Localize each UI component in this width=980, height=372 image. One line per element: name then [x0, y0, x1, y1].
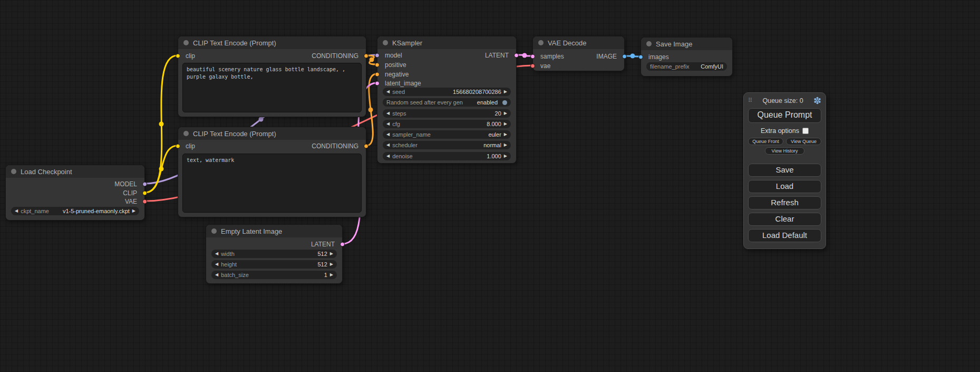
output-slot-image[interactable]: IMAGE — [533, 52, 624, 61]
node-empty-latent-image[interactable]: Empty Latent Image LATENT ◀ width 512 ▶ … — [206, 224, 343, 284]
latent-output-port[interactable] — [514, 53, 519, 58]
positive-prompt-textarea[interactable]: beautiful scenery nature glass bottle la… — [182, 63, 362, 112]
image-output-port[interactable] — [622, 54, 627, 59]
negative-prompt-textarea[interactable]: text, watermark — [182, 154, 362, 213]
load-button[interactable]: Load — [748, 180, 821, 193]
arrow-left-icon[interactable]: ◀ — [386, 90, 390, 94]
collapse-dot-icon[interactable] — [11, 169, 16, 174]
queue-prompt-button[interactable]: Queue Prompt — [748, 108, 821, 123]
positive-input-port[interactable] — [375, 63, 380, 68]
vae-output-port[interactable] — [142, 199, 147, 204]
output-slot-vae[interactable]: VAE — [6, 197, 144, 206]
refresh-button[interactable]: Refresh — [748, 196, 821, 209]
comfy-menu-panel[interactable]: ⠿ Queue size: 0 Queue Prompt — [743, 92, 826, 249]
conditioning-output-port[interactable] — [364, 144, 368, 149]
collapse-dot-icon[interactable] — [383, 40, 388, 45]
widget-batch-size[interactable]: ◀ batch_size 1 ▶ — [211, 271, 337, 279]
widget-value: normal — [483, 142, 501, 148]
widget-steps[interactable]: ◀ steps 20 ▶ — [383, 109, 511, 118]
latent-image-input-port[interactable] — [375, 81, 380, 86]
slot-label: latent_image — [385, 80, 421, 87]
widget-seed[interactable]: ◀ seed 156680208700286 ▶ — [383, 88, 511, 96]
output-slot-model[interactable]: MODEL — [6, 180, 144, 188]
arrow-right-icon[interactable]: ▶ — [330, 262, 333, 266]
input-slot-latent-image[interactable]: latent_image — [377, 79, 516, 88]
save-button[interactable]: Save — [748, 164, 821, 177]
arrow-right-icon[interactable]: ▶ — [132, 209, 135, 213]
node-title-bar[interactable]: Load Checkpoint — [6, 165, 144, 178]
collapse-dot-icon[interactable] — [211, 228, 217, 234]
widget-ckpt-name[interactable]: ◀ ckpt_name v1-5-pruned-emaonly.ckpt ▶ — [11, 207, 139, 215]
node-title-bar[interactable]: VAE Decode — [533, 36, 624, 49]
widget-sampler-name[interactable]: ◀ sampler_name euler ▶ — [383, 130, 511, 139]
input-slot-vae[interactable]: vae — [533, 62, 624, 70]
view-history-button[interactable]: View History — [765, 147, 805, 155]
extra-options-checkbox[interactable] — [802, 128, 809, 134]
collapse-dot-icon[interactable] — [646, 41, 652, 46]
arrow-right-icon[interactable]: ▶ — [504, 111, 507, 116]
output-slot-clip[interactable]: CLIP — [6, 189, 144, 197]
latent-output-port[interactable] — [340, 242, 345, 247]
widget-cfg[interactable]: ◀ cfg 8.000 ▶ — [383, 120, 511, 128]
clear-button[interactable]: Clear — [748, 213, 821, 226]
arrow-right-icon[interactable]: ▶ — [504, 90, 507, 94]
node-save-image[interactable]: Save Image images filename_prefix ComfyU… — [641, 37, 733, 77]
arrow-left-icon[interactable]: ◀ — [386, 154, 390, 158]
output-slot-conditioning[interactable]: CONDITIONING — [178, 142, 366, 150]
widget-width[interactable]: ◀ width 512 ▶ — [211, 250, 337, 258]
collapse-dot-icon[interactable] — [183, 40, 189, 45]
arrow-right-icon[interactable]: ▶ — [504, 132, 507, 137]
arrow-left-icon[interactable]: ◀ — [215, 273, 218, 277]
node-ksampler[interactable]: KSampler model LATENT positive negative … — [377, 36, 517, 164]
arrow-left-icon[interactable]: ◀ — [386, 132, 390, 137]
arrow-right-icon[interactable]: ▶ — [330, 252, 333, 256]
negative-input-port[interactable] — [375, 72, 380, 77]
output-slot-conditioning[interactable]: CONDITIONING — [178, 52, 366, 60]
arrow-left-icon[interactable]: ◀ — [386, 122, 390, 126]
input-slot-negative[interactable]: negative — [377, 70, 516, 79]
model-output-port[interactable] — [142, 182, 147, 187]
arrow-left-icon[interactable]: ◀ — [215, 262, 218, 266]
node-title-bar[interactable]: Save Image — [641, 37, 732, 50]
node-title-bar[interactable]: Empty Latent Image — [206, 225, 342, 237]
node-clip-text-encode-negative[interactable]: CLIP Text Encode (Prompt) clip CONDITION… — [178, 127, 366, 217]
node-clip-text-encode-positive[interactable]: CLIP Text Encode (Prompt) clip CONDITION… — [178, 36, 366, 117]
arrow-left-icon[interactable]: ◀ — [386, 143, 390, 147]
node-title-bar[interactable]: KSampler — [377, 36, 516, 49]
widget-denoise[interactable]: ◀ denoise 1.000 ▶ — [383, 152, 511, 160]
vae-input-port[interactable] — [530, 64, 535, 69]
widget-height[interactable]: ◀ height 512 ▶ — [211, 260, 337, 269]
arrow-right-icon[interactable]: ▶ — [330, 273, 333, 277]
node-title-bar[interactable]: CLIP Text Encode (Prompt) — [178, 36, 366, 49]
settings-gear-icon[interactable] — [813, 97, 821, 104]
output-slot-latent[interactable]: LATENT — [206, 240, 342, 249]
queue-front-button[interactable]: Queue Front — [748, 138, 783, 145]
collapse-dot-icon[interactable] — [538, 40, 544, 45]
input-slot-images[interactable]: images — [641, 53, 732, 61]
slot-label: IMAGE — [596, 53, 617, 60]
node-title-bar[interactable]: CLIP Text Encode (Prompt) — [178, 127, 366, 140]
widget-scheduler[interactable]: ◀ scheduler normal ▶ — [383, 141, 511, 149]
arrow-left-icon[interactable]: ◀ — [15, 209, 18, 213]
widget-random-seed-toggle[interactable]: Random seed after every gen enabled — [383, 98, 511, 107]
arrow-left-icon[interactable]: ◀ — [215, 252, 218, 256]
arrow-right-icon[interactable]: ▶ — [504, 154, 507, 158]
drag-handle-icon[interactable]: ⠿ — [748, 97, 752, 104]
collapse-dot-icon[interactable] — [183, 131, 189, 136]
view-queue-button[interactable]: View Queue — [786, 138, 821, 145]
toggle-indicator-icon[interactable] — [502, 100, 507, 105]
widget-name: seed — [392, 89, 405, 95]
conditioning-output-port[interactable] — [364, 54, 368, 59]
graph-canvas[interactable]: Load Checkpoint MODEL CLIP VAE ◀ ckpt_na… — [0, 0, 980, 372]
output-slot-latent[interactable]: LATENT — [377, 51, 516, 60]
clip-output-port[interactable] — [142, 191, 147, 196]
arrow-right-icon[interactable]: ▶ — [504, 122, 507, 126]
widget-filename-prefix[interactable]: filename_prefix ComfyUI — [646, 62, 727, 71]
node-load-checkpoint[interactable]: Load Checkpoint MODEL CLIP VAE ◀ ckpt_na… — [5, 165, 145, 221]
input-slot-positive[interactable]: positive — [377, 61, 516, 69]
node-vae-decode[interactable]: VAE Decode samples IMAGE vae — [532, 36, 625, 71]
images-input-port[interactable] — [638, 55, 643, 60]
arrow-right-icon[interactable]: ▶ — [504, 143, 507, 147]
arrow-left-icon[interactable]: ◀ — [386, 111, 390, 116]
load-default-button[interactable]: Load Default — [748, 229, 821, 242]
